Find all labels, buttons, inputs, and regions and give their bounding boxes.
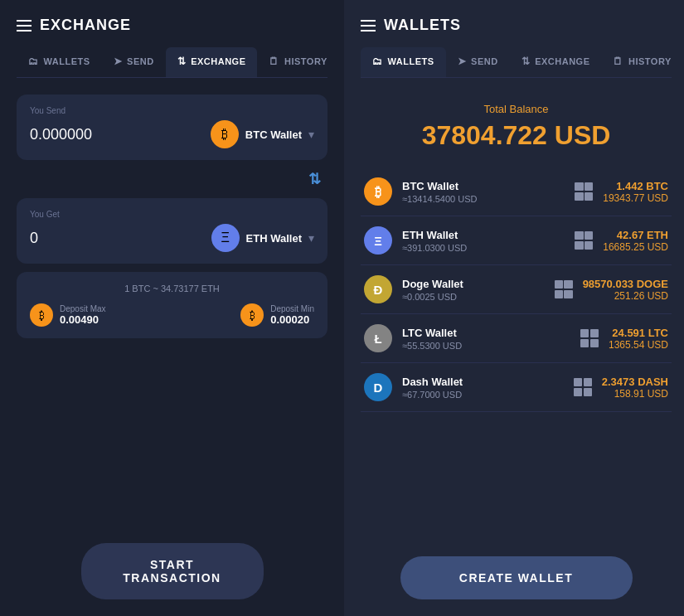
right-menu-icon[interactable]	[361, 20, 376, 32]
wallets-icon: 🗂	[28, 56, 39, 67]
create-wallet-button[interactable]: CREATE WALLET	[400, 556, 633, 599]
wallet-name: Dash Wallet	[402, 376, 564, 388]
deposit-min-value: 0.00020	[270, 313, 314, 326]
doge-wallet-icon: Ð	[364, 275, 392, 303]
wallet-usd-approx: ≈391.0300 USD	[402, 243, 565, 253]
left-tab-exchange[interactable]: ⇅ EXCHANGE	[166, 47, 258, 77]
qr-code-icon[interactable]	[575, 231, 593, 250]
get-row: Ξ ETH Wallet ▾	[30, 224, 314, 252]
left-tab-wallets[interactable]: 🗂 WALLETS	[17, 47, 102, 77]
total-balance-label: Total Balance	[361, 103, 672, 115]
swap-arrows-icon[interactable]: ⇅	[308, 170, 321, 188]
send-wallet-name: BTC Wallet	[245, 129, 302, 141]
wallet-amounts: 24.591 LTC 1365.54 USD	[609, 327, 668, 351]
wallet-crypto-value: 42.67 ETH	[603, 229, 668, 241]
send-icon: ➤	[114, 56, 123, 67]
wallet-usd-value: 158.91 USD	[602, 388, 668, 400]
wallet-usd-value: 16685.25 USD	[603, 241, 668, 253]
wallet-info: Dash Wallet ≈67.7000 USD	[402, 376, 564, 400]
wallet-name: ETH Wallet	[402, 229, 565, 241]
wallet-amounts: 1.442 BTC 19343.77 USD	[603, 180, 668, 204]
right-tab-exchange[interactable]: ⇅ EXCHANGE	[510, 47, 602, 77]
right-header: WALLETS	[361, 17, 672, 34]
left-header: EXCHANGE	[17, 17, 327, 34]
ltc-wallet-icon: Ł	[364, 324, 392, 352]
left-title: EXCHANGE	[40, 17, 131, 34]
send-chevron-icon: ▾	[308, 128, 314, 141]
wallet-usd-value: 19343.77 USD	[603, 192, 668, 204]
send-amount-input[interactable]	[30, 126, 154, 143]
total-balance-value: 37804.722 USD	[361, 120, 672, 151]
right-send-icon: ➤	[458, 56, 467, 67]
btc-wallet-icon: ₿	[364, 177, 392, 206]
wallet-item[interactable]: ₿ BTC Wallet ≈13414.5400 USD 1.442 BTC 1…	[361, 167, 672, 216]
wallet-info: LTC Wallet ≈55.5300 USD	[402, 327, 570, 351]
qr-code-icon[interactable]	[574, 378, 592, 396]
deposit-min-item: ₿ Deposit Min 0.00020	[240, 303, 314, 327]
left-tab-bar: 🗂 WALLETS ➤ SEND ⇅ EXCHANGE 🗒 HISTORY	[17, 47, 327, 78]
right-exchange-icon: ⇅	[521, 56, 531, 67]
swap-arrow-wrapper: ⇅	[17, 170, 327, 188]
right-tab-wallets[interactable]: 🗂 WALLETS	[361, 47, 446, 77]
right-tab-bar: 🗂 WALLETS ➤ SEND ⇅ EXCHANGE 🗒 HISTORY	[361, 47, 672, 78]
right-tab-send[interactable]: ➤ SEND	[446, 47, 510, 77]
qr-code-icon[interactable]	[555, 280, 573, 298]
wallet-usd-approx: ≈0.0025 USD	[402, 292, 545, 302]
wallet-crypto-value: 2.3473 DASH	[602, 376, 668, 388]
wallet-info: ETH Wallet ≈391.0300 USD	[402, 229, 565, 253]
wallet-item[interactable]: Ł LTC Wallet ≈55.5300 USD 24.591 LTC 136…	[361, 314, 672, 363]
deposit-min-icon-wrapper: ₿ Deposit Min 0.00020	[240, 303, 314, 327]
exchange-content: You Send ₿ BTC Wallet ▾ ⇅ You Get	[17, 95, 327, 599]
get-chevron-icon: ▾	[308, 231, 314, 245]
eth-wallet-icon: Ξ	[364, 226, 392, 255]
wallet-item[interactable]: Ξ ETH Wallet ≈391.0300 USD 42.67 ETH 166…	[361, 216, 672, 265]
get-amount-input[interactable]	[30, 230, 154, 247]
right-tab-history[interactable]: 🗒 HISTORY	[601, 47, 682, 77]
wallet-amounts: 42.67 ETH 16685.25 USD	[603, 229, 668, 253]
wallet-crypto-value: 98570.033 DOGE	[583, 278, 668, 290]
get-label: You Get	[30, 210, 314, 219]
deposit-max-icon-wrapper: ₿ Deposit Max 0.00490	[30, 303, 106, 327]
send-wallet-selector[interactable]: ₿ BTC Wallet ▾	[211, 120, 314, 148]
deposit-row: ₿ Deposit Max 0.00490 ₿ Deposit Min	[30, 303, 314, 327]
btc-coin-icon: ₿	[211, 120, 239, 148]
dash-wallet-icon: D	[364, 373, 392, 401]
qr-code-icon[interactable]	[575, 182, 593, 201]
send-row: ₿ BTC Wallet ▾	[30, 120, 314, 148]
wallet-amounts: 98570.033 DOGE 251.26 USD	[583, 278, 668, 302]
exchange-icon: ⇅	[177, 56, 187, 67]
deposit-max-value: 0.00490	[60, 313, 106, 326]
left-tab-send[interactable]: ➤ SEND	[102, 47, 166, 77]
send-card: You Send ₿ BTC Wallet ▾	[17, 95, 327, 160]
get-wallet-selector[interactable]: Ξ ETH Wallet ▾	[211, 224, 314, 252]
deposit-max-btc-icon: ₿	[30, 303, 53, 327]
total-balance-section: Total Balance 37804.722 USD	[361, 95, 672, 167]
left-panel: EXCHANGE 🗂 WALLETS ➤ SEND ⇅ EXCHANGE 🗒 H…	[0, 0, 344, 616]
left-menu-icon[interactable]	[17, 20, 32, 32]
get-wallet-name: ETH Wallet	[246, 232, 302, 245]
wallet-usd-value: 1365.54 USD	[609, 339, 668, 351]
start-transaction-button[interactable]: START TRANSACTION	[81, 543, 264, 599]
wallet-item[interactable]: D Dash Wallet ≈67.7000 USD 2.3473 DASH 1…	[361, 363, 672, 412]
wallet-usd-value: 251.26 USD	[583, 290, 668, 302]
deposit-min-label: Deposit Min	[270, 304, 314, 313]
deposit-max-item: ₿ Deposit Max 0.00490	[30, 303, 106, 327]
eth-coin-icon: Ξ	[211, 224, 240, 252]
left-tab-history[interactable]: 🗒 HISTORY	[257, 47, 338, 77]
wallet-usd-approx: ≈67.7000 USD	[402, 390, 564, 400]
wallet-item[interactable]: Ð Doge Wallet ≈0.0025 USD 98570.033 DOGE…	[361, 265, 672, 314]
wallet-usd-approx: ≈55.5300 USD	[402, 341, 570, 351]
history-icon: 🗒	[269, 56, 279, 67]
right-wallets-icon: 🗂	[372, 56, 383, 67]
send-label: You Send	[30, 106, 314, 115]
wallet-info: Doge Wallet ≈0.0025 USD	[402, 278, 545, 302]
rate-card: 1 BTC ~ 34.73177 ETH ₿ Deposit Max 0.004…	[17, 272, 327, 338]
wallet-name: Doge Wallet	[402, 278, 545, 290]
right-title: WALLETS	[384, 17, 461, 34]
wallet-usd-approx: ≈13414.5400 USD	[402, 194, 565, 204]
right-panel: WALLETS 🗂 WALLETS ➤ SEND ⇅ EXCHANGE 🗒 HI…	[344, 0, 684, 616]
wallet-name: LTC Wallet	[402, 327, 570, 339]
wallet-amounts: 2.3473 DASH 158.91 USD	[602, 376, 668, 400]
get-card: You Get Ξ ETH Wallet ▾	[17, 198, 327, 264]
qr-code-icon[interactable]	[580, 329, 599, 347]
